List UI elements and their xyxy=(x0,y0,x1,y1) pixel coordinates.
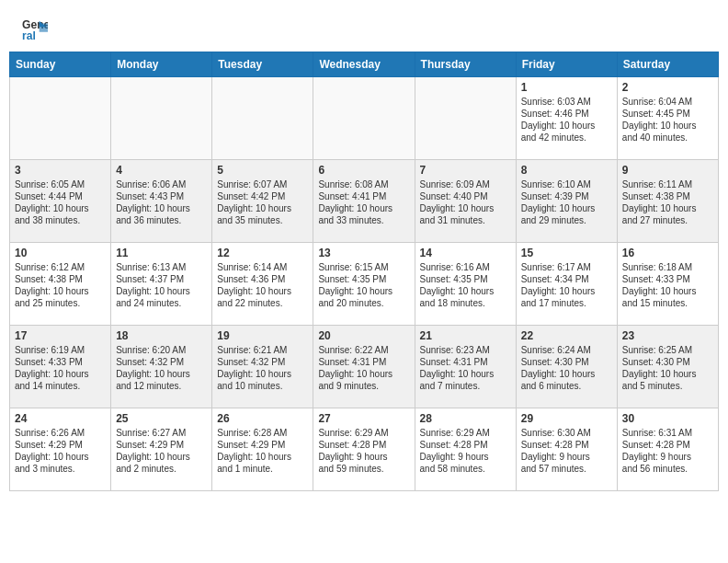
logo: Gene ral xyxy=(22,17,50,42)
day-info: Daylight: 10 hours xyxy=(15,451,106,463)
calendar-header: SundayMondayTuesdayWednesdayThursdayFrid… xyxy=(10,52,719,77)
day-number: 7 xyxy=(420,164,511,177)
day-info: and 29 minutes. xyxy=(521,214,612,226)
day-info: Sunrise: 6:20 AM xyxy=(116,344,207,356)
day-info: Sunrise: 6:13 AM xyxy=(116,261,207,273)
day-info: Sunrise: 6:08 AM xyxy=(318,178,409,190)
day-info: Daylight: 10 hours xyxy=(521,368,612,380)
day-info: Sunset: 4:31 PM xyxy=(420,356,511,368)
page-header: Gene ral xyxy=(0,0,728,52)
day-info: Daylight: 9 hours xyxy=(420,451,511,463)
day-number: 8 xyxy=(521,164,612,177)
day-info: Sunrise: 6:03 AM xyxy=(521,96,612,108)
day-number: 16 xyxy=(622,247,713,259)
day-info: Daylight: 10 hours xyxy=(420,285,511,297)
day-info: Sunrise: 6:19 AM xyxy=(15,344,106,356)
day-info: Sunrise: 6:18 AM xyxy=(622,261,713,273)
day-info: Sunrise: 6:24 AM xyxy=(521,344,612,356)
day-info: Sunrise: 6:27 AM xyxy=(116,427,207,439)
svg-marker-3 xyxy=(40,23,48,31)
day-info: and 18 minutes. xyxy=(420,297,511,309)
day-info: and 25 minutes. xyxy=(15,297,106,309)
day-number: 10 xyxy=(15,247,106,259)
weekday-header-row: SundayMondayTuesdayWednesdayThursdayFrid… xyxy=(10,52,719,77)
day-info: Daylight: 9 hours xyxy=(318,451,409,463)
day-cell: 9Sunrise: 6:11 AMSunset: 4:38 PMDaylight… xyxy=(617,160,718,243)
week-row-3: 10Sunrise: 6:12 AMSunset: 4:38 PMDayligh… xyxy=(10,243,719,326)
day-info: Sunrise: 6:10 AM xyxy=(521,178,612,190)
day-info: Daylight: 10 hours xyxy=(116,368,207,380)
day-cell: 19Sunrise: 6:21 AMSunset: 4:32 PMDayligh… xyxy=(212,326,313,408)
day-info: Sunset: 4:45 PM xyxy=(622,108,713,120)
svg-text:ral: ral xyxy=(22,29,36,42)
day-info: Sunrise: 6:26 AM xyxy=(15,427,106,439)
day-info: Sunrise: 6:29 AM xyxy=(318,427,409,439)
day-info: Daylight: 10 hours xyxy=(521,285,612,297)
day-info: Sunset: 4:43 PM xyxy=(116,190,207,202)
day-info: Sunset: 4:37 PM xyxy=(116,273,207,285)
day-info: and 15 minutes. xyxy=(622,297,713,309)
day-number: 5 xyxy=(217,164,308,177)
day-info: Sunset: 4:38 PM xyxy=(15,273,106,285)
day-info: Sunrise: 6:25 AM xyxy=(622,344,713,356)
day-info: and 9 minutes. xyxy=(318,380,409,392)
day-cell: 26Sunrise: 6:28 AMSunset: 4:29 PMDayligh… xyxy=(212,408,313,491)
day-info: Sunrise: 6:28 AM xyxy=(217,427,308,439)
day-info: Sunset: 4:36 PM xyxy=(217,273,308,285)
weekday-wednesday: Wednesday xyxy=(313,52,415,77)
day-cell: 23Sunrise: 6:25 AMSunset: 4:30 PMDayligh… xyxy=(617,326,718,408)
day-info: and 57 minutes. xyxy=(521,463,612,475)
weekday-saturday: Saturday xyxy=(617,52,718,77)
day-info: Sunset: 4:29 PM xyxy=(217,439,308,451)
day-info: Daylight: 10 hours xyxy=(622,368,713,380)
day-info: Sunrise: 6:05 AM xyxy=(15,178,106,190)
day-number: 25 xyxy=(116,412,207,425)
day-info: Sunrise: 6:12 AM xyxy=(15,261,106,273)
day-cell: 17Sunrise: 6:19 AMSunset: 4:33 PMDayligh… xyxy=(10,326,111,408)
day-info: and 31 minutes. xyxy=(420,214,511,226)
week-row-2: 3Sunrise: 6:05 AMSunset: 4:44 PMDaylight… xyxy=(10,160,719,243)
day-number: 30 xyxy=(622,412,713,425)
day-info: Sunrise: 6:07 AM xyxy=(217,178,308,190)
calendar-table: SundayMondayTuesdayWednesdayThursdayFrid… xyxy=(9,52,719,491)
day-number: 19 xyxy=(217,329,308,342)
day-info: Daylight: 10 hours xyxy=(420,202,511,214)
day-info: Sunrise: 6:16 AM xyxy=(420,261,511,273)
day-info: Daylight: 10 hours xyxy=(318,368,409,380)
day-info: and 2 minutes. xyxy=(116,463,207,475)
day-info: Sunset: 4:34 PM xyxy=(521,273,612,285)
day-info: and 24 minutes. xyxy=(116,297,207,309)
day-info: and 5 minutes. xyxy=(622,380,713,392)
day-number: 6 xyxy=(318,164,409,177)
day-number: 27 xyxy=(318,412,409,425)
day-cell: 21Sunrise: 6:23 AMSunset: 4:31 PMDayligh… xyxy=(415,326,516,408)
day-info: Daylight: 10 hours xyxy=(116,202,207,214)
day-cell: 8Sunrise: 6:10 AMSunset: 4:39 PMDaylight… xyxy=(516,160,617,243)
day-info: and 42 minutes. xyxy=(521,132,612,144)
day-cell: 16Sunrise: 6:18 AMSunset: 4:33 PMDayligh… xyxy=(617,243,718,326)
week-row-4: 17Sunrise: 6:19 AMSunset: 4:33 PMDayligh… xyxy=(10,326,719,408)
day-info: Sunrise: 6:06 AM xyxy=(116,178,207,190)
day-info: Daylight: 10 hours xyxy=(217,451,308,463)
day-info: Sunrise: 6:22 AM xyxy=(318,344,409,356)
day-info: Sunset: 4:38 PM xyxy=(622,190,713,202)
day-cell: 24Sunrise: 6:26 AMSunset: 4:29 PMDayligh… xyxy=(10,408,111,491)
day-info: and 58 minutes. xyxy=(420,463,511,475)
day-cell: 10Sunrise: 6:12 AMSunset: 4:38 PMDayligh… xyxy=(10,243,111,326)
day-info: and 38 minutes. xyxy=(15,214,106,226)
day-info: Sunset: 4:28 PM xyxy=(318,439,409,451)
day-cell: 1Sunrise: 6:03 AMSunset: 4:46 PMDaylight… xyxy=(516,77,617,160)
day-cell: 6Sunrise: 6:08 AMSunset: 4:41 PMDaylight… xyxy=(313,160,415,243)
day-info: Daylight: 10 hours xyxy=(217,368,308,380)
day-info: Daylight: 10 hours xyxy=(318,285,409,297)
day-info: Daylight: 10 hours xyxy=(217,285,308,297)
day-info: Sunset: 4:29 PM xyxy=(15,439,106,451)
day-info: Sunrise: 6:17 AM xyxy=(521,261,612,273)
day-info: Daylight: 10 hours xyxy=(521,202,612,214)
day-cell xyxy=(415,77,516,160)
day-number: 22 xyxy=(521,329,612,342)
day-number: 20 xyxy=(318,329,409,342)
weekday-sunday: Sunday xyxy=(10,52,111,77)
logo-icon: Gene ral xyxy=(22,17,48,42)
day-info: Sunset: 4:33 PM xyxy=(622,273,713,285)
